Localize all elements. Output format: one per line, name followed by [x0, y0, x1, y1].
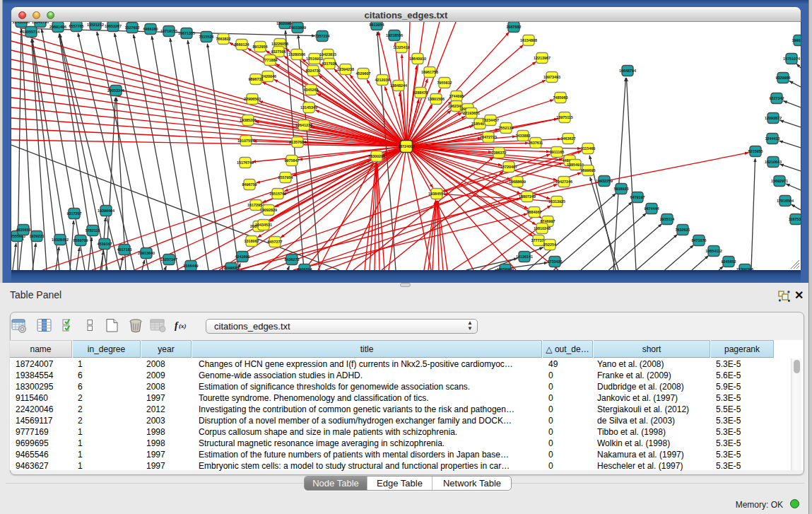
svg-text:13848244: 13848244	[390, 83, 407, 88]
svg-text:13226058: 13226058	[271, 42, 288, 46]
svg-text:4212034: 4212034	[375, 78, 390, 82]
svg-text:6466160: 6466160	[143, 27, 158, 31]
svg-text:8912954: 8912954	[253, 45, 268, 49]
svg-text:19932259: 19932259	[596, 179, 613, 183]
svg-text:13145349: 13145349	[300, 105, 317, 110]
svg-text:12394238: 12394238	[337, 67, 354, 71]
svg-text:10427246: 10427246	[555, 180, 572, 184]
svg-text:18807249: 18807249	[519, 194, 536, 199]
svg-text:10688609: 10688609	[509, 180, 526, 184]
svg-text:13854919: 13854919	[567, 163, 584, 167]
svg-text:3744095: 3744095	[449, 94, 464, 98]
svg-text:8589709: 8589709	[73, 238, 88, 243]
svg-text:8471676: 8471676	[692, 238, 707, 243]
svg-text:10107554: 10107554	[237, 139, 254, 143]
svg-text:2166449: 2166449	[184, 264, 199, 268]
svg-text:20691406: 20691406	[49, 25, 66, 29]
svg-text:7663822: 7663822	[216, 37, 231, 41]
svg-text:20472723: 20472723	[480, 135, 497, 139]
svg-text:9329966: 9329966	[776, 76, 791, 80]
svg-text:4529607: 4529607	[356, 71, 371, 76]
svg-text:15280586: 15280586	[288, 52, 305, 57]
svg-text:20053346: 20053346	[107, 88, 124, 93]
svg-text:7386372: 7386372	[492, 151, 507, 155]
svg-text:8660124: 8660124	[235, 42, 249, 47]
svg-text:19218506: 19218506	[386, 33, 403, 37]
svg-text:16172954: 16172954	[247, 203, 264, 207]
svg-text:14136141: 14136141	[516, 255, 533, 259]
svg-text:16961758: 16961758	[421, 70, 438, 74]
svg-text:8813054: 8813054	[370, 23, 384, 27]
svg-text:1527602: 1527602	[125, 25, 140, 30]
svg-text:16210643: 16210643	[765, 160, 782, 164]
svg-text:16648794: 16648794	[619, 69, 636, 73]
svg-text:2637611: 2637611	[529, 141, 543, 145]
svg-text:16313925: 16313925	[548, 199, 565, 204]
svg-text:1318062: 1318062	[245, 239, 259, 243]
svg-text:20913640: 20913640	[138, 251, 155, 255]
svg-text:10810248: 10810248	[534, 226, 551, 230]
svg-text:2935114: 2935114	[660, 217, 675, 221]
svg-text:22906503: 22906503	[244, 97, 261, 101]
svg-text:3433883: 3433883	[516, 134, 531, 138]
svg-text:21300396: 21300396	[736, 267, 753, 270]
svg-text:8436273: 8436273	[285, 257, 300, 262]
svg-text:1244413: 1244413	[765, 136, 780, 141]
svg-text:10653267: 10653267	[105, 24, 122, 28]
svg-text:10434531: 10434531	[255, 223, 272, 227]
svg-text:5288470: 5288470	[413, 90, 428, 95]
svg-text:1733426: 1733426	[548, 259, 563, 264]
svg-text:4243890: 4243890	[235, 255, 250, 259]
svg-text:21357684: 21357684	[289, 140, 306, 144]
svg-text:13801506: 13801506	[428, 97, 445, 101]
svg-text:12093872: 12093872	[765, 116, 782, 120]
svg-text:4345263: 4345263	[304, 88, 319, 92]
svg-text:13234457: 13234457	[482, 118, 499, 122]
svg-text:10328452: 10328452	[52, 238, 69, 242]
svg-text:8324730: 8324730	[306, 69, 321, 73]
svg-text:19399464: 19399464	[98, 209, 114, 213]
svg-text:13521212: 13521212	[87, 23, 104, 27]
svg-text:9975847: 9975847	[285, 158, 300, 163]
svg-text:17016504: 17016504	[777, 199, 794, 203]
svg-text:9245652: 9245652	[722, 259, 736, 264]
svg-text:6317026: 6317026	[322, 62, 337, 66]
svg-text:9317207: 9317207	[67, 211, 82, 216]
svg-text:15751074: 15751074	[783, 57, 800, 61]
svg-text:2557954: 2557954	[278, 175, 293, 180]
svg-text:7515526: 7515526	[199, 35, 214, 39]
svg-text:16154808: 16154808	[520, 38, 537, 42]
svg-text:18724007: 18724007	[398, 144, 415, 148]
svg-text:14055714: 14055714	[23, 30, 40, 34]
svg-text:7632621: 7632621	[676, 228, 690, 232]
svg-text:8215955: 8215955	[748, 149, 763, 153]
svg-text:12516912: 12516912	[306, 57, 323, 61]
svg-text:19092829: 19092829	[260, 208, 277, 212]
svg-text:15720407: 15720407	[500, 165, 517, 169]
svg-text:15692971: 15692971	[771, 179, 788, 183]
svg-text:6457277: 6457277	[268, 240, 283, 244]
svg-text:5782115: 5782115	[86, 228, 100, 233]
svg-text:1939221: 1939221	[30, 234, 45, 238]
svg-text:18640910: 18640910	[409, 57, 426, 61]
svg-text:9896731: 9896731	[249, 77, 264, 81]
svg-text:15257347: 15257347	[160, 257, 177, 262]
svg-text:22430030: 22430030	[13, 22, 30, 24]
svg-text:8496759: 8496759	[242, 182, 257, 187]
svg-text:4539167: 4539167	[98, 242, 112, 246]
svg-text:13341736: 13341736	[32, 22, 49, 24]
svg-text:15176749: 15176749	[237, 160, 254, 165]
svg-text:9115460: 9115460	[581, 146, 596, 151]
svg-text:2099828: 2099828	[224, 266, 239, 270]
svg-text:22193651: 22193651	[463, 111, 480, 115]
svg-text:7357224: 7357224	[315, 34, 330, 38]
svg-text:1167534: 1167534	[789, 217, 801, 221]
svg-text:9463627: 9463627	[561, 136, 576, 141]
svg-text:16671355: 16671355	[178, 31, 195, 35]
svg-text:10973493: 10973493	[543, 75, 560, 79]
svg-text:1990399: 1990399	[792, 38, 801, 42]
svg-text:10719155: 10719155	[160, 29, 177, 33]
svg-text:4835650: 4835650	[16, 228, 31, 232]
svg-text:19384554: 19384554	[428, 192, 445, 196]
svg-text:18056909: 18056909	[497, 267, 514, 270]
